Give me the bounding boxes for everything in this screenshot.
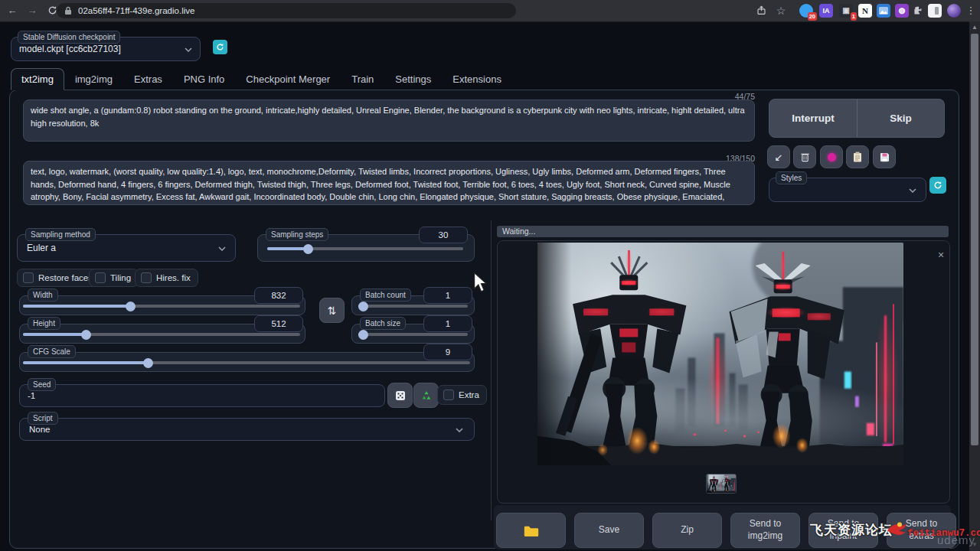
trash-icon — [800, 152, 810, 162]
batch-size-input[interactable]: 1 — [423, 315, 472, 332]
tab-train[interactable]: Train — [341, 68, 384, 90]
slider-knob[interactable] — [143, 358, 153, 368]
batch-size-slider[interactable] — [358, 333, 468, 336]
sampling-steps-label: Sampling steps — [266, 228, 328, 241]
width-slider[interactable] — [23, 305, 300, 308]
prompt-textarea[interactable]: wide shot angle, a (gundam:0.8) robot st… — [23, 99, 755, 142]
apply-styles-button[interactable] — [846, 145, 869, 168]
height-slider[interactable] — [23, 333, 300, 336]
width-input[interactable]: 832 — [254, 287, 303, 304]
scrollbar-thumb[interactable] — [971, 34, 978, 445]
slider-knob[interactable] — [303, 244, 313, 254]
bookmark-star-icon[interactable]: ☆ — [773, 3, 789, 18]
height-block: Height 512 — [19, 324, 305, 344]
extra-networks-button[interactable] — [820, 145, 843, 168]
batch-count-block: Batch count 1 — [351, 295, 475, 315]
styles-label: Styles — [776, 171, 807, 184]
checkbox-box[interactable] — [443, 390, 454, 400]
cfg-scale-input[interactable]: 9 — [423, 344, 472, 360]
sampling-method-dropdown[interactable]: Sampling method Euler a — [17, 234, 236, 262]
checkpoint-dropdown[interactable]: Stable Diffusion checkpoint model.ckpt [… — [11, 37, 201, 61]
checkbox-box[interactable] — [141, 272, 152, 283]
hires-fix-label: Hires. fix — [156, 273, 191, 282]
gallery-thumbnail[interactable] — [706, 474, 737, 494]
send-to-img2img-button[interactable]: Send to img2img — [730, 513, 800, 548]
tab-txt2img[interactable]: txt2img — [11, 68, 64, 90]
script-dropdown[interactable]: Script None — [19, 418, 475, 441]
swap-dimensions-button[interactable]: ⇅ — [319, 298, 345, 323]
share-icon[interactable] — [753, 3, 769, 18]
extension-blue-dot-icon[interactable]: 20 — [799, 4, 813, 18]
checkbox-box[interactable] — [23, 272, 34, 283]
skip-button[interactable]: Skip — [857, 99, 945, 138]
height-input[interactable]: 512 — [254, 315, 303, 332]
lock-icon — [64, 6, 72, 15]
width-label: Width — [28, 289, 58, 302]
slider-knob[interactable] — [81, 330, 91, 340]
extension-ia-icon[interactable]: IA — [819, 4, 833, 18]
generated-image[interactable] — [537, 243, 903, 465]
chevron-down-icon — [185, 47, 192, 52]
zip-button[interactable]: Zip — [652, 513, 722, 548]
checkpoint-refresh-button[interactable] — [213, 40, 227, 54]
extension-image-icon[interactable] — [877, 4, 890, 18]
tab-checkpoint-merger[interactable]: Checkpoint Merger — [235, 68, 341, 90]
cfg-scale-label: CFG Scale — [28, 345, 76, 358]
save-style-button[interactable] — [873, 145, 896, 168]
hires-fix-checkbox[interactable]: Hires. fix — [135, 269, 198, 287]
tab-extras[interactable]: Extras — [123, 68, 173, 90]
random-seed-button[interactable] — [387, 383, 413, 408]
paste-params-button[interactable]: ↙ — [767, 145, 790, 168]
slider-knob[interactable] — [358, 330, 368, 340]
negative-prompt-textarea[interactable]: text, logo, watermark, (worst quality, l… — [23, 161, 755, 205]
sidebar-panel-icon[interactable] — [928, 4, 942, 18]
scrollbar-up-icon[interactable]: ▲ — [969, 22, 980, 33]
extra-label: Extra — [459, 390, 479, 399]
seed-label: Seed — [28, 378, 56, 391]
tiling-checkbox[interactable]: Tiling — [89, 269, 139, 287]
tab-extensions[interactable]: Extensions — [442, 68, 512, 90]
tab-settings[interactable]: Settings — [384, 68, 442, 90]
batch-count-input[interactable]: 1 — [423, 287, 472, 304]
extra-seed-checkbox[interactable]: Extra — [437, 385, 487, 405]
forward-icon[interactable]: → — [24, 3, 40, 18]
extension-notion-icon[interactable]: N — [858, 4, 872, 18]
save-button[interactable]: Save — [574, 513, 644, 548]
seed-input[interactable]: Seed -1 — [19, 384, 385, 407]
batch-size-block: Batch size 1 — [351, 324, 475, 344]
tab-png-info[interactable]: PNG Info — [173, 68, 235, 90]
cfg-scale-slider[interactable] — [23, 361, 470, 364]
extension-badge: 20 — [808, 12, 817, 21]
open-folder-button[interactable] — [496, 513, 566, 548]
restore-faces-label: Restore faces — [38, 273, 93, 282]
sampling-steps-input[interactable]: 30 — [419, 227, 468, 243]
styles-refresh-button[interactable] — [929, 177, 946, 194]
checkbox-box[interactable] — [95, 272, 106, 283]
extension-purple-icon[interactable]: ◍ — [895, 4, 909, 18]
extension-dark-icon[interactable]: ▣ 1 — [839, 4, 853, 18]
batch-count-slider[interactable] — [358, 305, 468, 308]
profile-avatar[interactable] — [947, 4, 961, 18]
close-image-icon[interactable]: × — [934, 248, 948, 262]
height-label: Height — [28, 317, 60, 330]
styles-dropdown[interactable]: Styles — [769, 178, 926, 202]
restore-faces-checkbox[interactable]: Restore faces — [17, 269, 100, 287]
page-scrollbar[interactable]: ▲ ▼ — [969, 21, 980, 551]
sampling-steps-slider[interactable] — [267, 247, 463, 250]
slider-knob[interactable] — [126, 302, 136, 311]
reuse-seed-button[interactable] — [413, 383, 439, 408]
clear-prompt-button[interactable] — [793, 145, 816, 168]
browser-menu-icon[interactable]: ⋮ — [963, 3, 978, 18]
interrupt-button[interactable]: Interrupt — [769, 99, 858, 138]
slider-knob[interactable] — [358, 302, 368, 311]
address-bar[interactable]: 02a56ff4-71ff-439e.gradio.live — [57, 3, 516, 18]
app-screen: ← → 02a56ff4-71ff-439e.gradio.live ☆ 20 … — [0, 0, 980, 551]
tiling-label: Tiling — [110, 273, 131, 282]
extensions-puzzle-icon[interactable] — [910, 3, 925, 18]
forum-watermark: 飞天资源论坛 — [810, 521, 893, 539]
back-icon[interactable]: ← — [5, 3, 20, 18]
chevron-down-icon — [218, 246, 226, 251]
chevron-down-icon — [456, 428, 463, 432]
folder-icon — [523, 524, 540, 537]
tab-img2img[interactable]: img2img — [64, 68, 123, 90]
